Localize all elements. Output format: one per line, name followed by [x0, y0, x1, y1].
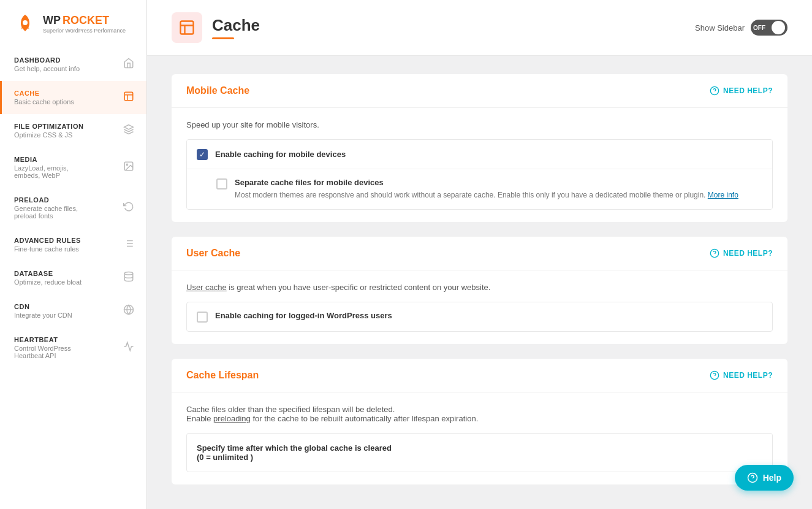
lifespan-need-help-label: NEED HELP? — [723, 371, 773, 380]
media-icon — [123, 161, 134, 174]
heartbeat-icon — [123, 341, 134, 354]
show-sidebar-label: Show Sidebar — [695, 23, 745, 33]
nav-item-title-adv-rules: ADVANCED RULES — [14, 237, 81, 244]
cache-lifespan-description: Cache files older than the specified lif… — [186, 405, 773, 423]
mobile-cache-main-option: ✓ Enable caching for mobile devices — [187, 140, 772, 169]
sidebar-item-cdn[interactable]: CDN Integrate your CDN — [0, 294, 146, 327]
help-circle-icon-user — [710, 248, 719, 258]
nav-item-subtitle-dashboard: Get help, account info — [14, 65, 80, 72]
mobile-cache-title: Mobile Cache — [186, 85, 249, 96]
mobile-cache-options-group: ✓ Enable caching for mobile devices Sepa… — [186, 139, 773, 210]
sidebar-item-database[interactable]: DATABASE Optimize, reduce bloat — [0, 261, 146, 294]
mobile-cache-section: Mobile Cache NEED HELP? Speed up your si… — [172, 74, 787, 222]
sidebar-item-media[interactable]: MEDIA LazyLoad, emojis,embeds, WebP — [0, 147, 146, 188]
mobile-cache-sub-option: Separate cache files for mobile devices … — [187, 169, 772, 209]
main-content: Cache Show Sidebar OFF Mobile Cache NEED… — [147, 0, 812, 509]
mobile-cache-sub-checkbox[interactable] — [216, 178, 227, 189]
user-cache-checkbox[interactable] — [197, 312, 208, 323]
logo-wp: WP — [43, 14, 61, 27]
mobile-cache-header: Mobile Cache NEED HELP? — [172, 74, 787, 108]
nav-item-title-database: DATABASE — [14, 270, 82, 277]
database-icon — [123, 271, 134, 285]
mobile-need-help-label: NEED HELP? — [723, 86, 773, 95]
nav-item-subtitle-database: Optimize, reduce bloat — [14, 278, 82, 286]
cache-lifespan-need-help[interactable]: NEED HELP? — [710, 370, 773, 380]
page-header-icon-wrap — [172, 12, 202, 43]
preloading-link[interactable]: preloading — [213, 414, 251, 423]
cache-icon — [123, 91, 134, 104]
user-cache-description: User cache is great when you have user-s… — [186, 283, 773, 292]
logo-text: WP ROCKET Superior WordPress Performance — [43, 14, 126, 34]
content-area: Mobile Cache NEED HELP? Speed up your si… — [147, 56, 812, 509]
cache-lifespan-header: Cache Lifespan NEED HELP? — [172, 359, 787, 392]
help-fab-button[interactable]: Help — [735, 465, 794, 491]
home-icon — [123, 58, 134, 71]
svg-marker-3 — [124, 125, 134, 130]
logo: WP ROCKET Superior WordPress Performance — [0, 0, 146, 48]
sidebar-item-heartbeat[interactable]: HEARTBEAT Control WordPressHeartbeat API — [0, 327, 146, 368]
mobile-cache-sub-desc: Most modern themes are responsive and sh… — [235, 189, 738, 201]
nav-item-subtitle-media: LazyLoad, emojis,embeds, WebP — [14, 164, 69, 179]
svg-point-12 — [124, 272, 133, 275]
mobile-cache-sub-label: Separate cache files for mobile devices — [235, 178, 738, 187]
nav-item-title-cdn: CDN — [14, 303, 72, 310]
help-fab-icon — [747, 472, 758, 483]
cache-page-icon — [178, 19, 195, 36]
user-cache-option-row: Enable caching for logged-in WordPress u… — [186, 302, 773, 332]
page-header: Cache Show Sidebar OFF — [147, 0, 812, 56]
cache-lifespan-section: Cache Lifespan NEED HELP? Cache files ol… — [172, 359, 787, 484]
rules-icon — [123, 238, 134, 251]
svg-point-1 — [23, 20, 28, 25]
mobile-cache-need-help[interactable]: NEED HELP? — [710, 86, 773, 96]
logo-icon — [12, 11, 38, 37]
sidebar-item-advanced-rules[interactable]: ADVANCED RULES Fine-tune cache rules — [0, 228, 146, 261]
nav-item-title-dashboard: DASHBOARD — [14, 56, 80, 64]
sidebar-nav: DASHBOARD Get help, account info CACHE B… — [0, 48, 146, 368]
toggle-label: OFF — [753, 25, 765, 31]
sidebar-item-preload[interactable]: PRELOAD Generate cache files,preload fon… — [0, 188, 146, 228]
user-cache-link[interactable]: User cache — [186, 283, 227, 292]
layers-icon — [123, 124, 134, 137]
help-fab-label: Help — [763, 473, 781, 483]
mobile-cache-main-label: Enable caching for mobile devices — [215, 150, 346, 159]
nav-item-subtitle-file-opt: Optimize CSS & JS — [14, 131, 83, 139]
lifespan-input-label: Specify time after which the global cach… — [197, 443, 762, 462]
sidebar-item-file-optimization[interactable]: FILE OPTIMIZATION Optimize CSS & JS — [0, 114, 146, 147]
lifespan-input-area: Specify time after which the global cach… — [186, 433, 773, 472]
checkbox-check-mark: ✓ — [199, 151, 205, 158]
cache-lifespan-title: Cache Lifespan — [186, 370, 259, 381]
mobile-cache-more-info-link[interactable]: More info — [708, 191, 738, 199]
mobile-cache-main-checkbox[interactable]: ✓ — [197, 149, 208, 160]
sidebar: WP ROCKET Superior WordPress Performance… — [0, 0, 147, 509]
help-circle-icon-lifespan — [710, 370, 719, 380]
nav-item-subtitle-preload: Generate cache files,preload fonts — [14, 205, 78, 220]
sidebar-toggle[interactable]: OFF — [751, 20, 787, 36]
nav-item-subtitle-heartbeat: Control WordPressHeartbeat API — [14, 345, 71, 359]
user-cache-header: User Cache NEED HELP? — [172, 237, 787, 270]
nav-item-title-file-opt: FILE OPTIMIZATION — [14, 123, 83, 130]
user-need-help-label: NEED HELP? — [723, 249, 773, 258]
page-title-underline — [212, 37, 234, 39]
logo-tagline: Superior WordPress Performance — [43, 28, 126, 34]
mobile-cache-body: Speed up your site for mobile visitors. … — [172, 108, 787, 222]
cache-lifespan-body: Cache files older than the specified lif… — [172, 392, 787, 484]
nav-item-subtitle-adv-rules: Fine-tune cache rules — [14, 245, 81, 253]
nav-item-title-preload: PRELOAD — [14, 196, 78, 204]
preload-icon — [123, 201, 134, 215]
svg-rect-15 — [181, 21, 194, 34]
svg-rect-2 — [124, 92, 133, 101]
nav-item-subtitle-cdn: Integrate your CDN — [14, 312, 72, 319]
sidebar-item-cache[interactable]: CACHE Basic cache options — [0, 81, 146, 114]
page-title: Cache — [212, 16, 260, 35]
user-cache-option-label: Enable caching for logged-in WordPress u… — [215, 311, 392, 320]
user-cache-title: User Cache — [186, 248, 240, 259]
mobile-cache-description: Speed up your site for mobile visitors. — [186, 120, 773, 129]
user-cache-section: User Cache NEED HELP? User cache is grea… — [172, 237, 787, 344]
user-cache-need-help[interactable]: NEED HELP? — [710, 248, 773, 258]
nav-item-title-media: MEDIA — [14, 156, 69, 163]
nav-item-title-cache: CACHE — [14, 90, 74, 97]
help-circle-icon-mobile — [710, 86, 719, 96]
sidebar-item-dashboard[interactable]: DASHBOARD Get help, account info — [0, 48, 146, 81]
nav-item-subtitle-cache: Basic cache options — [14, 98, 74, 105]
toggle-knob — [772, 21, 785, 34]
